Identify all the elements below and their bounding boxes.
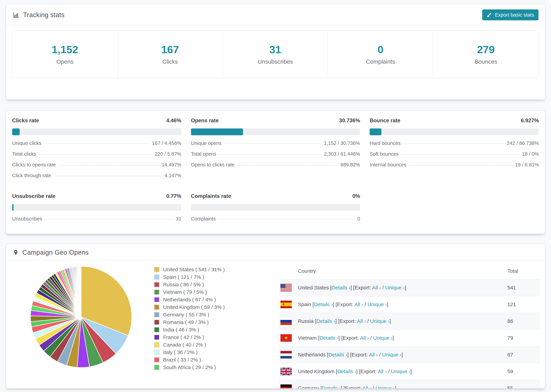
rate-detail-value: 1,152 / 30.736% (324, 140, 360, 146)
country-flag-icon (281, 368, 292, 375)
country-flag-icon (281, 317, 292, 325)
legend-color-swatch (154, 267, 159, 272)
details-link[interactable]: Details › (332, 285, 350, 290)
legend-item: Italy ( 36 / 2% ) (154, 349, 236, 356)
rate-title: Unsubscribe rate (12, 193, 56, 199)
rate-value: 0.77% (166, 193, 181, 199)
progress-bar (191, 204, 360, 211)
export-unique-link[interactable]: Unique › (385, 285, 404, 290)
legend-item: Brazil ( 33 / 2% ) (154, 356, 236, 364)
rate-value: 0% (353, 193, 360, 199)
export-all-link[interactable]: All › (354, 301, 363, 307)
rate-detail-rows: Hard bounces 242 / 86.738% Soft bounces … (370, 140, 539, 168)
export-all-link[interactable]: All › (378, 369, 387, 374)
rate-detail-label: Unsubscribes (12, 216, 42, 222)
country-total: 59 (507, 369, 540, 374)
legend-item: India ( 46 / 3% ) (154, 326, 236, 334)
stat-label: Bounces (474, 58, 497, 65)
rate-detail-row: Unique clicks 167 / 4.456% (12, 140, 181, 146)
country-flag-icon (281, 284, 292, 291)
export-all-link[interactable]: All › (362, 385, 371, 389)
export-unique-link[interactable]: Unique › (391, 369, 410, 374)
total-header: Total (507, 268, 540, 274)
rate-detail-value: 19 / 6.81% (515, 162, 539, 168)
summary-stat: 31 Unsubscribes (223, 31, 328, 78)
geo-pie-chart[interactable] (28, 264, 134, 370)
dotted-leader (43, 143, 150, 144)
export-all-link[interactable]: All › (357, 318, 366, 324)
legend-label: India ( 46 / 3% ) (163, 327, 199, 333)
geo-table: Country Total United States [Details ›] … (279, 263, 540, 389)
legend-color-swatch (154, 327, 159, 332)
details-link[interactable]: Details › (319, 335, 338, 341)
stat-value: 167 (161, 43, 179, 56)
rate-detail-label: Hard bounces (370, 140, 401, 146)
legend-color-swatch (154, 297, 159, 302)
export-all-link[interactable]: All › (360, 335, 369, 341)
rates-card: Clicks rate 4.46% Unique clicks 167 / 4.… (6, 110, 545, 234)
rate-detail-label: Clicks to opens rate (12, 162, 56, 168)
tracking-stats-card: Tracking stats Export basic stats 1,152 … (6, 4, 545, 100)
legend-color-swatch (154, 342, 159, 347)
export-unique-link[interactable]: Unique › (373, 335, 393, 341)
progress-bar (370, 128, 539, 135)
rate-detail-rows: Unique clicks 167 / 4.456% Total clicks … (12, 140, 181, 178)
legend-label: Canada ( 40 / 2% ) (163, 342, 206, 348)
table-row: United Kingdom [Details ›] [Export: All … (279, 363, 540, 380)
rate-detail-value: 242 / 86.738% (507, 140, 539, 146)
rate-detail-value: 14.497% (162, 162, 181, 168)
legend-color-swatch (154, 312, 159, 317)
legend-label: United States ( 541 / 31% ) (163, 267, 225, 273)
country-header: Country (279, 268, 507, 274)
export-icon (487, 12, 493, 18)
progress-bar-fill (12, 128, 20, 135)
country-flag-icon (281, 301, 292, 308)
country-name: Vietnam (298, 335, 317, 341)
legend-label: United Kingdom ( 59 / 3% ) (163, 304, 225, 310)
summary-stats: 1,152 Opens 167 Clicks 31 Unsubscribes 0… (12, 30, 539, 78)
legend-label: Spain ( 121 / 7% ) (163, 274, 204, 280)
dotted-leader (58, 165, 160, 165)
export-basic-stats-button[interactable]: Export basic stats (482, 9, 538, 20)
legend-color-swatch (154, 357, 159, 362)
legend-item: Russia ( 86 / 5% ) (154, 281, 236, 288)
export-all-link[interactable]: All › (369, 352, 378, 357)
export-unique-link[interactable]: Unique › (370, 318, 389, 324)
export-prefix: Export: (343, 335, 359, 341)
rate-detail-rows: Unsubscribes 31 (12, 216, 181, 222)
rate-detail-row: Total clicks 220 / 5.87% (12, 151, 181, 157)
table-row: Spain [Details ›] [Export: All › / Uniqu… (279, 296, 540, 313)
rate-panel: Opens rate 30.736% Unique opens 1,152 / … (191, 118, 360, 178)
geo-card: Campaign Geo Opens United States ( 541 /… (6, 244, 545, 389)
country-total: 55 (507, 385, 540, 389)
details-link[interactable]: Details › (322, 385, 341, 389)
export-unique-link[interactable]: Unique › (382, 352, 402, 357)
export-unique-link[interactable]: Unique › (376, 385, 395, 389)
tracking-stats-title: Tracking stats (23, 11, 64, 19)
legend-item: United States ( 541 / 31% ) (154, 266, 236, 273)
country-cell: United Kingdom [Details ›] [Export: All … (292, 369, 507, 374)
table-row: Russia [Details ›] [Export: All › / Uniq… (279, 313, 540, 329)
rate-detail-row: Total opens 2,303 / 61.446% (191, 151, 360, 157)
country-name: United Kingdom (298, 369, 334, 374)
progress-bar-fill (12, 204, 14, 211)
rate-detail-value: 18 / 0% (522, 151, 539, 157)
details-link[interactable]: Details › (328, 352, 347, 357)
export-unique-link[interactable]: Unique › (367, 301, 387, 307)
stat-value: 0 (378, 43, 383, 56)
dotted-leader (44, 219, 174, 219)
details-link[interactable]: Details › (337, 369, 356, 374)
rate-detail-label: Unique clicks (12, 140, 42, 146)
details-link[interactable]: Details › (314, 301, 333, 307)
legend-color-swatch (154, 350, 159, 355)
export-prefix: Export: (360, 369, 377, 374)
legend-label: France ( 42 / 2% ) (163, 334, 204, 340)
progress-bar (12, 204, 181, 211)
details-link[interactable]: Details › (316, 318, 335, 324)
stat-label: Clicks (162, 58, 178, 65)
dotted-leader (224, 143, 322, 144)
summary-stat: 0 Complaints (328, 31, 433, 78)
export-all-link[interactable]: All › (372, 285, 381, 290)
legend-label: Brazil ( 33 / 2% ) (163, 357, 201, 363)
rate-value: 4.46% (166, 118, 181, 124)
